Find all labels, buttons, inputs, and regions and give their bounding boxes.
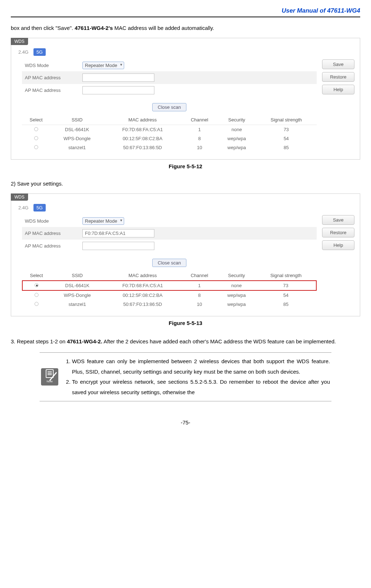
restore-button[interactable]: Restore — [322, 228, 354, 237]
save-button[interactable]: Save — [322, 59, 354, 69]
scan-table-2: Select SSID MAC address Channel Security… — [22, 271, 317, 309]
label-mac1: AP MAC address — [25, 231, 82, 236]
cell-ch: 8 — [181, 134, 218, 143]
cell-ch: 1 — [181, 125, 218, 134]
th-mac: MAC address — [104, 271, 181, 281]
th-security: Security — [218, 115, 256, 125]
label-wds-mode: WDS Mode — [25, 63, 82, 68]
note-box: Note WDS feature can only be implemented… — [40, 352, 331, 401]
cell-ssid: stanzel1 — [51, 300, 104, 309]
step2-text: 2) Save your settings. — [11, 179, 360, 188]
wds-panel-2: WDS 2.4G 5G WDS Mode Repeater Mode AP MA… — [11, 193, 360, 316]
cell-ssid: WPS-Dongle — [50, 134, 104, 143]
save-button[interactable]: Save — [322, 215, 354, 225]
cell-sig: 54 — [255, 290, 316, 300]
manual-header: User Manual of 47611-WG4 — [11, 7, 360, 17]
cell-mac: 50:67:F0:13:86:5D — [104, 300, 181, 309]
th-mac: MAC address — [104, 115, 181, 125]
row-wds-mode: WDS Mode Repeater Mode — [22, 59, 317, 71]
help-button[interactable]: Help — [322, 85, 354, 94]
cell-sec: wep/wpa — [217, 300, 255, 309]
row-wds-mode: WDS Mode Repeater Mode — [22, 215, 317, 227]
cell-mac: 00:12:5F:08:C2:BA — [104, 290, 181, 300]
intro-text: box and then click "Save". 47611-WG4-2's… — [11, 24, 360, 32]
cell-ch: 8 — [181, 290, 218, 300]
row-mac2: AP MAC address — [22, 240, 317, 252]
row-mac1: AP MAC address — [22, 227, 317, 240]
step3-p1: 3. Repeat steps 1-2 on — [11, 338, 67, 344]
radio-select[interactable] — [35, 283, 39, 287]
intro-suffix: MAC address will be added automatically. — [113, 25, 214, 31]
table-row: DSL-6641K F0:7D:68:FA:C5:A1 1 none 73 — [22, 281, 316, 290]
table-row: WPS-Dongle 00:12:5F:08:C2:BA 8 wep/wpa 5… — [22, 134, 317, 143]
cell-ch: 1 — [181, 281, 218, 290]
input-mac2[interactable] — [82, 242, 154, 250]
panel-tab-wds[interactable]: WDS — [11, 38, 28, 45]
cell-ssid: DSL-6641K — [50, 125, 104, 134]
intro-prefix: box and then click "Save". — [11, 25, 74, 31]
note2-p1: To encrypt your wireless network, see — [72, 379, 168, 385]
radio-select[interactable] — [35, 293, 39, 297]
panel-tab-wds[interactable]: WDS — [11, 193, 28, 201]
th-signal: Signal strength — [255, 271, 316, 281]
note-item-1: WDS feature can only be implemented betw… — [72, 356, 330, 377]
cell-ch: 10 — [181, 143, 218, 152]
scan-table-1: Select SSID MAC address Channel Security… — [22, 115, 317, 152]
cell-ssid: DSL-6641K — [51, 281, 104, 290]
close-scan-button[interactable]: Close scan — [152, 103, 186, 111]
cell-sec: none — [218, 125, 256, 134]
select-wds-mode[interactable]: Repeater Mode — [82, 62, 124, 69]
cell-mac: F0:7D:68:FA:C5:A1 — [104, 125, 181, 134]
tab-5g[interactable]: 5G — [33, 48, 45, 56]
th-channel: Channel — [181, 115, 218, 125]
tab-24g[interactable]: 2.4G — [15, 48, 31, 56]
band-tabs: 2.4G 5G — [11, 38, 360, 56]
restore-button[interactable]: Restore — [322, 72, 354, 82]
page-number: -75- — [11, 419, 360, 426]
cell-mac: 50:67:F0:13:86:5D — [104, 143, 181, 152]
cell-sig: 73 — [256, 125, 317, 134]
th-ssid: SSID — [50, 115, 104, 125]
cell-sec: wep/wpa — [218, 134, 256, 143]
close-scan-button[interactable]: Close scan — [152, 259, 186, 267]
cell-sig: 73 — [255, 281, 316, 290]
note2-bold: sections 5.5.2-5.5.3 — [168, 379, 216, 385]
radio-select[interactable] — [34, 145, 38, 149]
th-select: Select — [22, 115, 50, 125]
th-channel: Channel — [181, 271, 218, 281]
step3-bold: 47611-WG4-2. — [67, 338, 102, 344]
cell-ch: 10 — [181, 300, 218, 309]
tab-5g[interactable]: 5G — [33, 204, 45, 211]
radio-select[interactable] — [35, 302, 39, 306]
step3-p2: After the 2 devices have added each othe… — [102, 338, 336, 344]
cell-sec: wep/wpa — [218, 143, 256, 152]
th-ssid: SSID — [51, 271, 104, 281]
select-wds-mode[interactable]: Repeater Mode — [82, 217, 124, 225]
cell-sec: wep/wpa — [217, 290, 255, 300]
input-mac1[interactable] — [82, 229, 154, 237]
th-signal: Signal strength — [256, 115, 317, 125]
table-row: DSL-6641K F0:7D:68:FA:C5:A1 1 none 73 — [22, 125, 317, 134]
label-wds-mode: WDS Mode — [25, 218, 82, 224]
figure-caption-1: Figure 5-5-12 — [11, 163, 360, 169]
input-mac1[interactable] — [82, 74, 154, 82]
help-button[interactable]: Help — [322, 240, 354, 250]
wds-panel-1: WDS 2.4G 5G WDS Mode Repeater Mode AP MA… — [11, 38, 360, 160]
step3-text: 3. Repeat steps 1-2 on 47611-WG4-2. Afte… — [11, 336, 360, 347]
table-row: WPS-Dongle 00:12:5F:08:C2:BA 8 wep/wpa 5… — [22, 290, 316, 300]
cell-mac: 00:12:5F:08:C2:BA — [104, 134, 181, 143]
tab-24g[interactable]: 2.4G — [15, 204, 31, 211]
cell-sig: 54 — [256, 134, 317, 143]
cell-sec: none — [217, 281, 255, 290]
th-select: Select — [22, 271, 51, 281]
radio-select[interactable] — [34, 127, 38, 131]
radio-select[interactable] — [34, 136, 38, 140]
input-mac2[interactable] — [82, 86, 154, 94]
label-mac2: AP MAC address — [25, 243, 82, 249]
table-row: stanzel1 50:67:F0:13:86:5D 10 wep/wpa 85 — [22, 300, 316, 309]
cell-ssid: stanzel1 — [50, 143, 104, 152]
table-row: stanzel1 50:67:F0:13:86:5D 10 wep/wpa 85 — [22, 143, 317, 152]
intro-bold: 47611-WG4-2's — [74, 25, 113, 31]
cell-ssid: WPS-Dongle — [51, 290, 104, 300]
note-icon: Note — [41, 356, 60, 397]
